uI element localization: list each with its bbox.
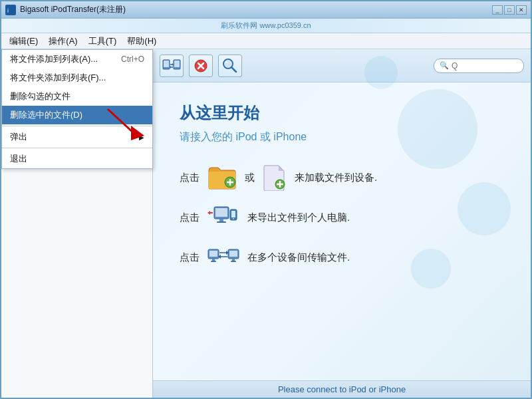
search-box[interactable]: 🔍 [434, 59, 524, 73]
window-title: Bigasoft iPodTransfer(未注册) [20, 4, 126, 15]
svg-rect-34 [212, 259, 215, 261]
main-title: 从这里开始 [180, 102, 259, 124]
svg-line-14 [231, 67, 236, 72]
svg-text:i: i [7, 7, 9, 14]
menu-tools[interactable]: 工具(T) [83, 34, 122, 49]
svg-rect-38 [232, 259, 235, 261]
menu-separator-2 [2, 148, 152, 148]
search-icon: 🔍 [440, 61, 449, 70]
content-area: 将文件添加到列表(A)... Ctrl+O 将文件夹添加到列表(F)... 删除… [1, 49, 531, 398]
action-row-add: 点击 或 [180, 164, 377, 191]
transfer-button[interactable] [160, 55, 184, 77]
menu-edit[interactable]: 编辑(E) [4, 34, 43, 49]
action-row-transfer: 点击 [180, 244, 350, 271]
action-add-suffix: 来加载文件到设备. [295, 172, 377, 184]
menu-exit[interactable]: 退出 [2, 150, 152, 168]
menu-eject[interactable]: 弹出 ▶ [2, 128, 152, 146]
menu-add-folder[interactable]: 将文件夹添加到列表(F)... [2, 68, 152, 87]
action-transfer-suffix: 在多个设备间传输文件. [247, 251, 350, 264]
svg-rect-7 [174, 61, 180, 67]
action-add-or: 或 [245, 172, 255, 184]
magnifier-button[interactable] [218, 55, 242, 77]
action-export-suffix: 来导出文件到个人电脑. [247, 211, 350, 224]
svg-marker-28 [207, 211, 210, 215]
menu-delete-checked[interactable]: 删除勾选的文件 [2, 87, 152, 106]
restore-button[interactable]: □ [504, 5, 515, 15]
main-window: i Bigasoft iPodTransfer(未注册) _ □ ✕ 刷乐软件网… [0, 0, 532, 399]
title-bar: i Bigasoft iPodTransfer(未注册) _ □ ✕ [1, 1, 531, 19]
menu-help[interactable]: 帮助(H) [122, 34, 162, 49]
action-export-prefix: 点击 [180, 211, 200, 224]
main-toolbar: 🔍 [153, 49, 531, 82]
transfer-devices-icon [207, 244, 239, 271]
watermark-bar: 刷乐软件网 www.pc0359.cn [1, 19, 531, 33]
folder-add-icon [207, 165, 237, 190]
svg-rect-26 [217, 221, 226, 223]
action-add-prefix: 点击 [180, 172, 200, 184]
svg-rect-25 [219, 219, 223, 221]
menu-bar: 编辑(E) 操作(A) 工具(T) 帮助(H) [1, 33, 531, 49]
svg-rect-37 [229, 251, 237, 257]
close-button[interactable]: ✕ [516, 5, 527, 15]
delete-button[interactable] [189, 55, 213, 77]
svg-rect-39 [231, 261, 236, 262]
svg-rect-35 [211, 261, 216, 262]
main-panel: 🔍 从这里开始 请接入您的 iPod 或 iPhone 点击 [153, 49, 531, 398]
action-row-export: 点击 [180, 204, 350, 231]
menu-operate[interactable]: 操作(A) [43, 34, 82, 49]
svg-rect-30 [231, 211, 235, 217]
svg-rect-24 [215, 208, 227, 217]
menu-delete-selected[interactable]: 删除选中的文件(D) [2, 106, 152, 124]
window-controls: _ □ ✕ [492, 5, 527, 15]
watermark-text: 刷乐软件网 www.pc0359.cn [221, 21, 311, 31]
minimize-button[interactable]: _ [492, 5, 503, 15]
action-transfer-prefix: 点击 [180, 251, 200, 264]
title-bar-left: i Bigasoft iPodTransfer(未注册) [5, 4, 126, 15]
main-subtitle: 请接入您的 iPod 或 iPhone [180, 130, 307, 144]
export-icon [207, 204, 239, 231]
file-add-icon [263, 164, 287, 191]
search-input[interactable] [452, 61, 518, 70]
menu-separator-1 [2, 126, 152, 126]
dropdown-menu: 将文件添加到列表(A)... Ctrl+O 将文件夹添加到列表(F)... 删除… [1, 49, 153, 169]
svg-rect-33 [209, 251, 217, 257]
main-content: 从这里开始 请接入您的 iPod 或 iPhone 点击 [153, 82, 531, 380]
status-bar: Please connect to iPod or iPhone [153, 380, 531, 398]
left-panel: 将文件添加到列表(A)... Ctrl+O 将文件夹添加到列表(F)... 删除… [1, 49, 153, 398]
svg-point-31 [233, 218, 234, 219]
status-text: Please connect to iPod or iPhone [278, 384, 406, 394]
submenu-arrow-icon: ▶ [139, 134, 144, 141]
app-icon: i [5, 5, 16, 15]
menu-add-file[interactable]: 将文件添加到列表(A)... Ctrl+O [2, 50, 152, 68]
svg-rect-5 [164, 61, 169, 67]
